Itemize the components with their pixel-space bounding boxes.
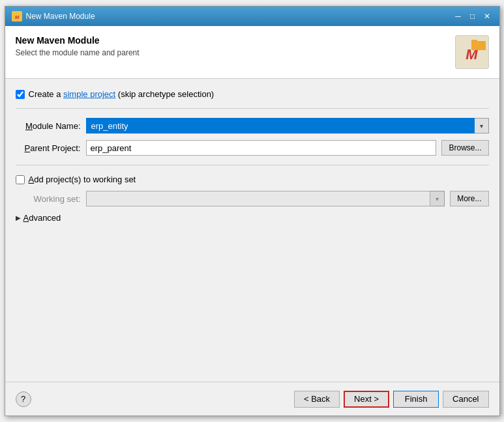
help-button[interactable]: ? xyxy=(16,391,31,407)
working-set-container: ▾ xyxy=(86,191,445,206)
parent-project-label: Parent Project: xyxy=(16,143,81,153)
advanced-row[interactable]: ▶ Advanced xyxy=(16,213,489,223)
dialog-title: New Maven Module xyxy=(26,12,95,21)
svg-text:M: M xyxy=(14,14,19,20)
simple-project-link[interactable]: simple project xyxy=(63,89,115,99)
header-text: New Maven Module Select the module name … xyxy=(16,35,140,57)
create-simple-prefix: Create a xyxy=(29,89,63,99)
more-button[interactable]: More... xyxy=(450,191,488,206)
svg-rect-3 xyxy=(471,40,477,43)
create-simple-suffix: (skip archetype selection) xyxy=(115,89,214,99)
spacer xyxy=(16,229,489,371)
maven-logo-container: M xyxy=(455,35,489,69)
create-simple-checkbox[interactable] xyxy=(16,90,25,99)
advanced-label: Advanced xyxy=(23,213,61,223)
working-set-dropdown: ▾ xyxy=(430,191,445,206)
content-area: New Maven Module Select the module name … xyxy=(5,26,499,382)
footer-left: ? xyxy=(16,391,31,407)
finish-button[interactable]: Finish xyxy=(393,391,439,408)
working-set-input xyxy=(86,191,431,206)
advanced-label-text: Advanced xyxy=(23,213,61,223)
minimize-button[interactable]: ─ xyxy=(452,10,464,22)
dialog: M New Maven Module ─ □ ✕ New Maven Modul… xyxy=(5,6,500,416)
main-content: Create a simple project (skip archetype … xyxy=(5,79,499,382)
working-set-label: Working set: xyxy=(16,194,81,204)
module-name-label: Module Name: xyxy=(16,121,81,131)
title-bar-controls: ─ □ ✕ xyxy=(452,10,493,22)
next-button[interactable]: Next > xyxy=(344,391,389,408)
close-button[interactable]: ✕ xyxy=(481,10,493,22)
add-workingset-label-text: Add project(s) to working set xyxy=(29,175,136,184)
working-set-row: Working set: ▾ More... xyxy=(16,191,489,206)
cancel-button[interactable]: Cancel xyxy=(443,391,488,408)
header-title: New Maven Module xyxy=(16,35,140,46)
maximize-button[interactable]: □ xyxy=(467,10,479,22)
parent-project-label-text: Parent Project: xyxy=(25,143,81,153)
header-section: New Maven Module Select the module name … xyxy=(5,26,499,79)
title-bar-left: M New Maven Module xyxy=(12,11,95,21)
module-name-label-text: Module Name: xyxy=(25,121,81,131)
header-subtitle: Select the module name and parent xyxy=(16,48,140,57)
module-name-dropdown[interactable]: ▾ xyxy=(475,118,489,134)
title-bar-icon: M xyxy=(12,11,22,21)
add-workingset-row: Add project(s) to working set xyxy=(16,175,489,184)
footer: ? < Back Next > Finish Cancel xyxy=(5,382,499,415)
module-name-container: ▾ xyxy=(86,118,489,134)
parent-project-row: Parent Project: Browse... xyxy=(16,140,489,156)
create-simple-row: Create a simple project (skip archetype … xyxy=(16,89,489,99)
browse-button[interactable]: Browse... xyxy=(441,140,488,156)
module-name-row: Module Name: ▾ xyxy=(16,118,489,134)
parent-project-container xyxy=(86,140,437,156)
title-bar: M New Maven Module ─ □ ✕ xyxy=(5,7,499,26)
separator-1 xyxy=(16,108,489,109)
create-simple-label[interactable]: Create a simple project (skip archetype … xyxy=(29,89,215,99)
add-workingset-checkbox[interactable] xyxy=(16,175,25,184)
add-workingset-label[interactable]: Add project(s) to working set xyxy=(29,175,136,184)
parent-project-input[interactable] xyxy=(86,140,437,156)
module-name-input[interactable] xyxy=(86,118,475,134)
footer-right: < Back Next > Finish Cancel xyxy=(294,391,489,408)
back-button[interactable]: < Back xyxy=(294,391,340,408)
separator-2 xyxy=(16,165,489,165)
triangle-icon: ▶ xyxy=(16,214,21,221)
